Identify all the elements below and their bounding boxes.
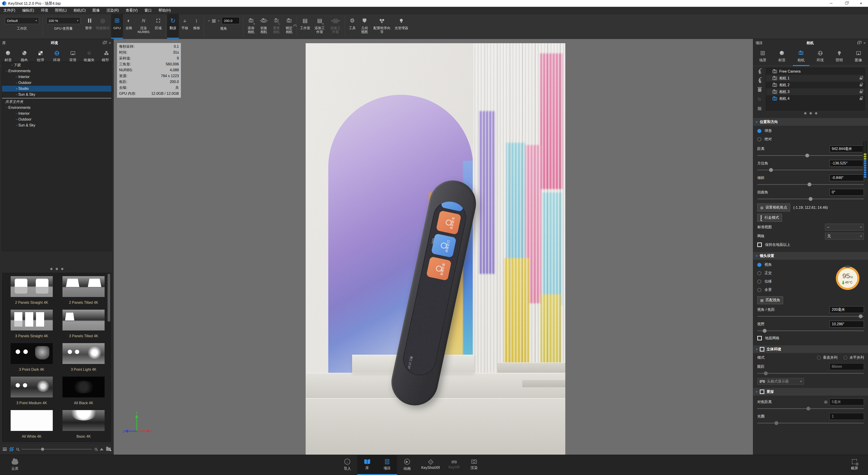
zoom-in-icon[interactable] xyxy=(95,448,97,450)
keep-above-ground-checkbox[interactable]: 保持在地面以上 xyxy=(757,241,864,249)
switch-studio-button[interactable]: ◂▤▸ 切换工作室 xyxy=(328,14,343,39)
tumble-button[interactable]: ↻ 翻滚 xyxy=(167,14,179,39)
region-button[interactable]: 区域 xyxy=(152,14,164,39)
section-lens-settings[interactable]: ▾ 镜头设置 xyxy=(753,252,868,260)
unlock-icon[interactable] xyxy=(860,77,862,80)
hmd-select[interactable]: 头戴式显示器▾ xyxy=(757,378,804,385)
undock-panel-icon[interactable] xyxy=(103,42,105,44)
tree-item-outdoor[interactable]: ┄Outdoor xyxy=(2,80,112,86)
dock-project-button[interactable]: 项目 xyxy=(377,455,397,475)
camera-row-4-active[interactable]: 相机 4 xyxy=(766,95,865,102)
env-thumb[interactable]: All Black 4K xyxy=(58,377,110,405)
tree-item-studio[interactable]: +Studio xyxy=(2,86,112,92)
env-thumb[interactable]: All White 4K xyxy=(6,410,58,439)
grid-select[interactable]: 无▾ xyxy=(825,233,864,240)
twist-slider[interactable] xyxy=(757,196,864,201)
tree-item-sun-sky[interactable]: ┄Sun & Sky xyxy=(2,92,112,98)
fov-slider[interactable] xyxy=(757,328,864,333)
tree-item-environments-2[interactable]: −Environments xyxy=(2,105,112,111)
menu-image[interactable]: 图像 xyxy=(89,7,103,14)
aperture-slider[interactable] xyxy=(757,420,864,426)
dolly-button[interactable]: ↕ 推移 xyxy=(191,14,203,39)
denoise-button[interactable]: ◐ 去噪 xyxy=(123,14,135,39)
menu-help[interactable]: 帮助(H) xyxy=(155,7,174,14)
dock-keyvr-button[interactable]: KeyVR xyxy=(444,455,464,475)
render-nurbs-button[interactable]: N 渲染 NURBS xyxy=(135,14,152,39)
standard-view-select[interactable]: –▾ xyxy=(825,224,864,231)
thumbnail-size-slider[interactable] xyxy=(22,447,92,451)
env-thumb[interactable]: 3 Panels Tilted 4K xyxy=(58,310,110,338)
azimuth-input[interactable]: -136.525° xyxy=(830,160,864,167)
distance-slider[interactable] xyxy=(757,153,864,158)
section-stereo[interactable]: ▾ 立体环绕 xyxy=(753,345,868,353)
restore-button[interactable] xyxy=(841,0,852,7)
reset-camera-button[interactable]: ↻ 重置相机 xyxy=(270,14,283,39)
pause-button[interactable]: 暂停 xyxy=(83,14,94,39)
menu-window[interactable]: 窗口 xyxy=(141,7,155,14)
radio-vertical-sbs[interactable]: 垂直并列 xyxy=(817,355,837,360)
tab-camera[interactable]: 相机 xyxy=(792,47,811,66)
inclination-slider[interactable] xyxy=(757,182,864,187)
dock-library-button[interactable]: 库 xyxy=(357,455,377,475)
unlock-icon[interactable] xyxy=(860,98,862,100)
menu-render[interactable]: 渲染(R) xyxy=(103,7,122,14)
focus-distance-input[interactable]: 5毫米 xyxy=(830,399,864,405)
close-button[interactable]: × xyxy=(856,0,866,7)
env-thumb[interactable]: 3 Point Light 4K xyxy=(58,343,110,372)
save-camera-icon[interactable] xyxy=(758,107,762,110)
add-studio-button[interactable]: ▤+ 添加工作室 xyxy=(312,14,328,39)
grid-view-icon[interactable] xyxy=(9,447,13,451)
menu-view[interactable]: 查看(V) xyxy=(122,7,141,14)
menu-lighting[interactable]: 照明(L) xyxy=(52,7,70,14)
studio-button[interactable]: ▤ 工作室 xyxy=(299,14,312,39)
unlock-icon[interactable] xyxy=(860,91,862,93)
fov-input[interactable]: 10.286° xyxy=(830,321,864,328)
tree-item-shared-folder[interactable]: 共享文件夹 xyxy=(2,99,112,105)
radio-horizontal-sbs[interactable]: 水平并列 xyxy=(843,355,864,360)
menu-file[interactable]: 文件(F) xyxy=(0,7,19,14)
add-camera-button[interactable]: + 添加相机 xyxy=(245,14,257,39)
aperture-input[interactable]: 1 xyxy=(830,413,864,420)
radio-spherical[interactable]: 球形 xyxy=(757,127,864,135)
env-thumb[interactable]: 2 Panels Straight 4K xyxy=(6,276,58,305)
switch-camera-button[interactable]: ◂▸ 切换相机 xyxy=(257,14,270,39)
tree-item-sun-sky-2[interactable]: ┄Sun & Sky xyxy=(2,123,112,128)
eye-distance-input[interactable]: 65mm xyxy=(830,363,864,370)
tab-material[interactable]: 材质 xyxy=(772,47,792,66)
dock-animation-button[interactable]: ▶ 动画 xyxy=(397,455,417,475)
tree-item-environments[interactable]: −Environments xyxy=(2,68,112,74)
env-thumb[interactable]: Basic 4K xyxy=(58,410,110,439)
upload-icon[interactable] xyxy=(100,448,103,450)
dock-import-button[interactable]: ↓ 导入 xyxy=(337,455,357,475)
pick-focus-icon[interactable]: ⊕ xyxy=(824,399,828,405)
lock-camera-button[interactable]: 锁定相机 xyxy=(283,14,296,39)
panel-splitter[interactable] xyxy=(753,112,868,114)
perspective-input[interactable]: 200.0 xyxy=(222,17,240,24)
env-thumb[interactable]: 3 Panels Straight 4K xyxy=(6,310,58,338)
close-panel-icon[interactable]: × xyxy=(863,41,866,45)
camera-row-3[interactable]: 相机 3 xyxy=(766,89,865,95)
chevron-right-icon[interactable]: ▸ xyxy=(218,19,220,22)
realtime-viewport[interactable]: 名师讲堂 口语测评 查词翻译 63% 周三 17:37 每秒采样:0.1 时间:… xyxy=(114,39,753,455)
camera-row-free-camera[interactable]: Free Camera xyxy=(766,68,865,75)
dof-checkbox[interactable] xyxy=(760,389,764,394)
gpu-mode-button[interactable]: GPU xyxy=(111,14,123,39)
tree-item-outdoor-2[interactable]: ┄Outdoor xyxy=(2,116,112,123)
focal-length-slider[interactable] xyxy=(757,314,864,319)
walk-mode-button[interactable]: 行走模式 xyxy=(757,214,782,222)
tools-button[interactable]: ⚙ 工具 xyxy=(346,14,358,39)
thumbnails-scrollbar[interactable] xyxy=(107,274,110,321)
geometry-view-button[interactable]: 几何视图 xyxy=(358,14,371,39)
radio-absolute[interactable]: 绝对 xyxy=(757,135,864,143)
tab-image[interactable]: 图像 xyxy=(849,47,868,66)
stereo-checkbox[interactable] xyxy=(760,347,764,351)
tree-item-interior[interactable]: ┄Interior xyxy=(2,74,112,80)
tree-item-downloads[interactable]: ┄下载 xyxy=(2,62,112,68)
light-manager-button[interactable]: 光管理器 xyxy=(393,14,410,39)
dock-render-button[interactable]: 渲染 xyxy=(464,455,484,475)
pan-button[interactable]: ↔↕ 平移 xyxy=(179,14,191,39)
tab-scene[interactable]: 场景 xyxy=(753,47,772,66)
minimize-button[interactable]: ─ xyxy=(826,0,836,7)
section-depth-of-field[interactable]: ▾ 景深 xyxy=(753,388,868,396)
focal-length-input[interactable]: 200毫米 xyxy=(830,306,864,313)
